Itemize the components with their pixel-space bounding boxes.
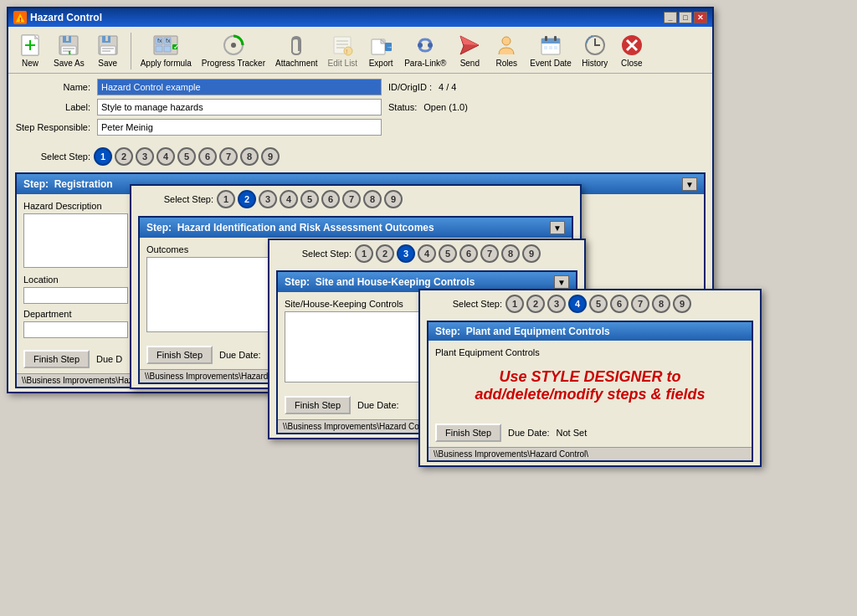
style-designer-msg: Use STYLE DESIGNER to add/delete/modify … xyxy=(435,360,745,412)
step-circle-4-9[interactable]: 9 xyxy=(673,295,691,313)
step-circle-4-8[interactable]: 8 xyxy=(652,295,670,313)
name-input[interactable] xyxy=(97,79,382,95)
window-controls: _ □ ✕ xyxy=(664,12,707,23)
minimize-button[interactable]: _ xyxy=(664,12,677,23)
step-circle-2-8[interactable]: 8 xyxy=(363,190,382,208)
svg-text:!: ! xyxy=(19,16,22,23)
svg-rect-24 xyxy=(164,46,171,52)
svg-rect-16 xyxy=(105,36,108,41)
step-circle-4-3[interactable]: 3 xyxy=(547,295,566,313)
send-button[interactable]: Send xyxy=(453,30,486,69)
step-circle-2-6[interactable]: 6 xyxy=(321,190,340,208)
toolbar-separator-1 xyxy=(131,33,131,69)
history-icon xyxy=(582,32,608,59)
step-circle-3-4[interactable]: 4 xyxy=(418,244,436,263)
step-circle-1-6[interactable]: 6 xyxy=(198,147,217,166)
step-circle-4-4[interactable]: 4 xyxy=(568,295,587,313)
svg-point-30 xyxy=(231,43,236,48)
step-circle-3-5[interactable]: 5 xyxy=(439,244,457,263)
step-circle-3-3[interactable]: 3 xyxy=(397,244,415,263)
step-circle-4-6[interactable]: 6 xyxy=(610,295,629,313)
save-button[interactable]: Save xyxy=(91,30,125,69)
step-circle-2-7[interactable]: 7 xyxy=(342,190,361,208)
svg-point-43 xyxy=(428,43,433,48)
panel-4: Select Step: 1 2 3 4 5 6 7 8 9 Step: Pla… xyxy=(418,289,762,467)
step-responsible-input[interactable] xyxy=(97,119,382,136)
step-circle-3-2[interactable]: 2 xyxy=(376,244,394,263)
export-button[interactable]: → Export xyxy=(364,30,398,69)
panel2-due-date-label: Due Date: xyxy=(219,350,261,360)
step-circle-1-5[interactable]: 5 xyxy=(177,147,196,166)
step-circle-4-5[interactable]: 5 xyxy=(589,295,608,313)
new-label: New xyxy=(22,59,38,68)
step-2-label: Step: Hazard Identification and Risk Ass… xyxy=(146,222,434,234)
step-circle-1-1[interactable]: 1 xyxy=(94,147,112,166)
hazard-desc-input[interactable] xyxy=(23,213,128,268)
attachment-icon xyxy=(283,32,310,59)
step-circle-1-8[interactable]: 8 xyxy=(240,147,259,166)
roles-label: Roles xyxy=(496,59,518,68)
svg-rect-48 xyxy=(541,38,560,44)
step-circle-3-1[interactable]: 1 xyxy=(355,244,373,263)
step-4-label: Step: Plant and Equipment Controls xyxy=(435,326,610,337)
roles-button[interactable]: Roles xyxy=(490,30,523,69)
close-toolbar-button[interactable]: Close xyxy=(615,30,649,69)
step-circle-4-1[interactable]: 1 xyxy=(505,295,524,313)
panel4-finish-btn[interactable]: Finish Step xyxy=(435,424,501,442)
step-2-dropdown[interactable]: ▼ xyxy=(550,221,565,234)
panel3-finish-btn[interactable]: Finish Step xyxy=(285,396,351,414)
apply-formula-icon: fx fx ✓ xyxy=(152,32,179,59)
svg-text:fx: fx xyxy=(157,38,162,44)
step-circle-3-9[interactable]: 9 xyxy=(522,244,541,263)
step-circles-row-1: 1 2 3 4 5 6 7 8 9 xyxy=(94,147,280,166)
edit-list-icon: ! xyxy=(329,32,356,59)
step-1-dropdown[interactable]: ▼ xyxy=(682,177,697,191)
step-circle-1-2[interactable]: 2 xyxy=(115,147,133,166)
step-circle-1-3[interactable]: 3 xyxy=(136,147,154,166)
svg-text:→: → xyxy=(386,44,393,51)
step-circle-3-8[interactable]: 8 xyxy=(501,244,520,263)
attachment-button[interactable]: Attachment xyxy=(272,30,321,69)
step-circle-3-7[interactable]: 7 xyxy=(480,244,499,263)
step-selector-2: Select Step: 1 2 3 4 5 6 7 8 9 xyxy=(131,186,580,213)
panel1-due-date-label: Due D xyxy=(96,354,122,364)
paralink-button[interactable]: Para-Link® xyxy=(401,30,449,69)
new-button[interactable]: New xyxy=(13,30,47,69)
panel2-finish-btn[interactable]: Finish Step xyxy=(146,346,213,364)
panel1-finish-btn[interactable]: Finish Step xyxy=(23,350,90,368)
location-input[interactable] xyxy=(23,287,128,304)
apply-formula-button[interactable]: fx fx ✓ Apply formula xyxy=(137,30,195,69)
step-circle-4-7[interactable]: 7 xyxy=(631,295,649,313)
save-as-label: Save As xyxy=(54,59,85,68)
svg-rect-51 xyxy=(544,46,547,49)
step-circle-1-9[interactable]: 9 xyxy=(261,147,280,166)
svg-rect-23 xyxy=(156,46,162,52)
attachment-label: Attachment xyxy=(275,59,318,68)
svg-text:!: ! xyxy=(346,48,348,55)
label-input[interactable] xyxy=(97,99,382,116)
close-toolbar-label: Close xyxy=(621,59,643,68)
title-bar: ! Hazard Control _ □ ✕ xyxy=(8,8,712,27)
step-circle-2-2[interactable]: 2 xyxy=(238,190,256,208)
history-button[interactable]: History xyxy=(578,30,612,69)
step-3-dropdown[interactable]: ▼ xyxy=(554,275,569,289)
edit-list-button[interactable]: ! Edit List xyxy=(325,30,362,69)
maximize-button[interactable]: □ xyxy=(679,12,692,23)
event-date-button[interactable]: Event Date xyxy=(526,30,574,69)
step-circle-1-7[interactable]: 7 xyxy=(219,147,238,166)
step-circle-2-3[interactable]: 3 xyxy=(259,190,277,208)
step-circle-2-1[interactable]: 1 xyxy=(217,190,235,208)
step-circle-1-4[interactable]: 4 xyxy=(157,147,175,166)
step-circle-2-4[interactable]: 4 xyxy=(280,190,298,208)
step-circle-2-5[interactable]: 5 xyxy=(300,190,319,208)
department-input[interactable] xyxy=(23,321,128,338)
panel4-path: \\Business Improvements\Hazard Control\ xyxy=(428,447,752,460)
save-as-button[interactable]: Save As xyxy=(50,30,88,69)
progress-tracker-button[interactable]: Progress Tracker xyxy=(198,30,269,69)
step-circles-row-4: 1 2 3 4 5 6 7 8 9 xyxy=(505,295,691,313)
step-circle-4-2[interactable]: 2 xyxy=(526,295,545,313)
close-window-button[interactable]: ✕ xyxy=(694,12,707,23)
step-circle-3-6[interactable]: 6 xyxy=(459,244,478,263)
step-1-label: Step: Registration xyxy=(23,178,113,190)
step-circle-2-9[interactable]: 9 xyxy=(384,190,403,208)
